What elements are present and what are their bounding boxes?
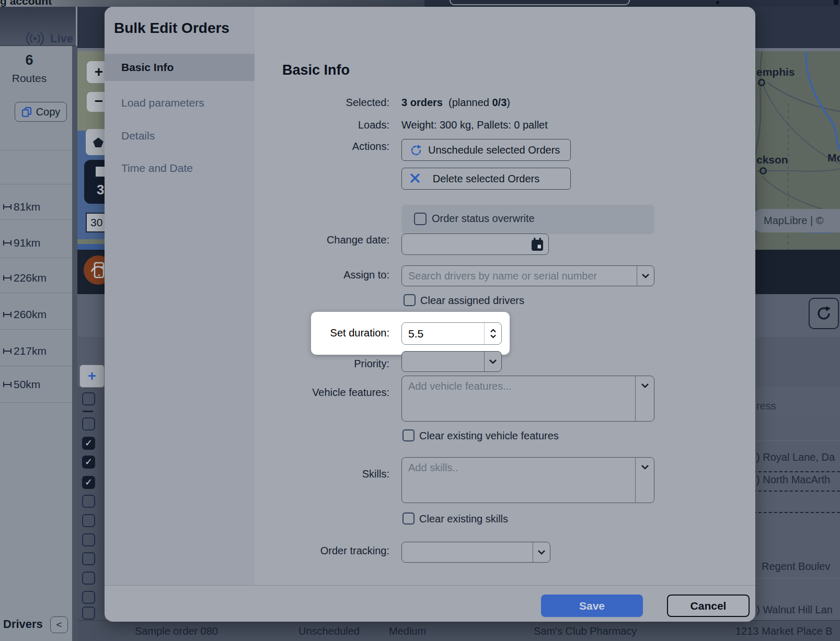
route-distance[interactable]: 260km xyxy=(3,308,47,321)
order-status-overwrite-checkbox[interactable] xyxy=(414,213,427,225)
section-heading: Basic Info xyxy=(282,62,350,78)
routes-count-label: Routes xyxy=(0,72,59,85)
add-order-button[interactable]: + xyxy=(79,365,105,388)
change-date-input[interactable] xyxy=(401,234,549,255)
calendar-icon xyxy=(531,238,544,251)
unschedule-orders-button[interactable]: Unschedule selected Orders xyxy=(401,139,571,161)
order-customer-cell[interactable]: Sam's Club Pharmacy xyxy=(534,625,637,637)
account-menu-fragment[interactable]: g account xyxy=(0,0,52,7)
app-canvas: g account Live 6 Routes Copy xyxy=(0,0,840,641)
actions-label: Actions: xyxy=(269,141,389,153)
row-checkbox[interactable] xyxy=(82,591,95,604)
row-checkbox-checked[interactable]: ✓ xyxy=(82,456,95,469)
panel-gap xyxy=(72,46,77,641)
refresh-icon xyxy=(815,305,833,322)
clear-skills-label: Clear existing skills xyxy=(419,513,508,525)
divider xyxy=(0,329,72,330)
order-tracking-label: Order tracking: xyxy=(269,545,389,557)
tab-details[interactable]: Details xyxy=(121,130,155,142)
clear-vehicle-features-label: Clear existing vehicle features xyxy=(419,430,559,442)
drivers-collapse-button[interactable]: < xyxy=(50,616,68,633)
order-tracking-select[interactable] xyxy=(401,542,550,563)
select-all-indicator xyxy=(83,411,93,412)
map-attribution[interactable]: MapLibre | © xyxy=(751,209,840,232)
route-distance[interactable]: 81km xyxy=(3,201,40,213)
set-duration-label: Set duration: xyxy=(269,327,389,339)
live-toggle-bar[interactable]: Live xyxy=(0,7,76,46)
order-address-cell[interactable]: 1213 Market Place B xyxy=(735,625,833,637)
clear-vehicle-features-checkbox[interactable] xyxy=(402,429,415,441)
row-checkbox[interactable] xyxy=(82,552,95,565)
clear-assigned-drivers-label: Clear assigned drivers xyxy=(420,295,524,307)
map-city-label: ckson xyxy=(756,154,788,166)
top-toolbar-dark xyxy=(424,0,840,7)
row-checkbox[interactable] xyxy=(82,514,95,527)
city-marker-icon xyxy=(760,167,767,174)
save-button[interactable]: Save xyxy=(541,595,643,617)
distance-icon xyxy=(3,204,12,210)
change-date-label: Change date: xyxy=(269,234,389,246)
order-status-overwrite-group: Order status overwrite xyxy=(401,205,654,234)
cluster-count: 3 xyxy=(97,182,104,198)
row-checkbox-checked[interactable]: ✓ xyxy=(82,437,95,450)
row-checkbox-checked[interactable]: ✓ xyxy=(82,476,95,489)
tab-time-and-date[interactable]: Time and Date xyxy=(121,162,193,174)
route-distance[interactable]: 91km xyxy=(3,237,40,249)
modal-sidebar xyxy=(105,7,255,585)
divider xyxy=(0,258,72,258)
polygon-icon xyxy=(93,136,104,148)
top-search-input[interactable] xyxy=(450,0,630,5)
assign-to-placeholder: Search drivers by name or serial number xyxy=(408,270,597,282)
row-checkbox[interactable] xyxy=(82,417,95,430)
order-address-fragment[interactable]: Regent Boulev xyxy=(762,561,830,573)
order-address-fragment[interactable]: ) Royal Lane, Da xyxy=(756,451,835,463)
routes-panel xyxy=(0,46,76,641)
address-column-header[interactable]: ress xyxy=(756,400,776,412)
order-priority-cell[interactable]: Medium xyxy=(389,625,426,637)
route-distance[interactable]: 226km xyxy=(3,272,47,284)
skills-select[interactable]: Add skills.. xyxy=(401,457,654,503)
row-checkbox[interactable] xyxy=(82,392,95,405)
route-distance[interactable]: 217km xyxy=(3,345,47,357)
spinner-down-icon[interactable] xyxy=(490,334,497,339)
cancel-button[interactable]: Cancel xyxy=(667,595,750,617)
distance-icon xyxy=(3,275,12,281)
clear-assigned-drivers-checkbox[interactable] xyxy=(404,294,416,306)
skills-label: Skills: xyxy=(269,468,389,480)
row-checkbox[interactable] xyxy=(82,607,95,620)
clear-skills-checkbox[interactable] xyxy=(402,512,415,525)
order-status-cell[interactable]: Unscheduled xyxy=(298,625,360,637)
order-name-cell[interactable]: Sample order 080 xyxy=(135,625,218,637)
broadcast-icon xyxy=(26,32,44,45)
row-checkbox[interactable] xyxy=(82,495,95,508)
tab-load-parameters[interactable]: Load parameters xyxy=(121,97,204,109)
delete-label: Delete selected Orders xyxy=(402,173,570,185)
drivers-section-label: Drivers xyxy=(3,617,43,631)
set-duration-input[interactable] xyxy=(402,323,483,344)
row-checkbox[interactable] xyxy=(82,572,95,585)
chevron-down-icon xyxy=(537,549,546,555)
chevron-down-icon xyxy=(641,464,649,470)
distance-icon xyxy=(3,240,12,246)
map-blue-bar xyxy=(77,244,105,250)
vehicle-features-select[interactable]: Add vehicle features... xyxy=(401,376,654,422)
badge-notch xyxy=(96,167,105,177)
route-distance[interactable]: 50km xyxy=(3,378,40,391)
vehicle-features-label: Vehicle features: xyxy=(269,387,389,399)
priority-select[interactable] xyxy=(401,351,502,372)
assign-to-select[interactable]: Search drivers by name or serial number xyxy=(401,265,654,286)
spinner-up-icon[interactable] xyxy=(490,329,497,333)
copy-button[interactable]: Copy xyxy=(15,102,67,122)
delete-orders-button[interactable]: Delete selected Orders xyxy=(401,168,571,190)
divider xyxy=(0,366,72,366)
unschedule-icon xyxy=(409,144,423,157)
skills-placeholder: Add skills.. xyxy=(408,462,458,474)
order-address-fragment[interactable]: ) North MacArth xyxy=(756,474,830,486)
refresh-button[interactable] xyxy=(809,298,839,329)
order-address-fragment[interactable]: ) Walnut Hill Lan xyxy=(756,604,833,616)
divider xyxy=(0,402,72,403)
row-checkbox[interactable] xyxy=(82,533,95,546)
chevron-down-icon xyxy=(641,382,649,389)
tab-basic-info[interactable]: Basic Info xyxy=(105,54,255,81)
copy-icon xyxy=(21,107,32,117)
